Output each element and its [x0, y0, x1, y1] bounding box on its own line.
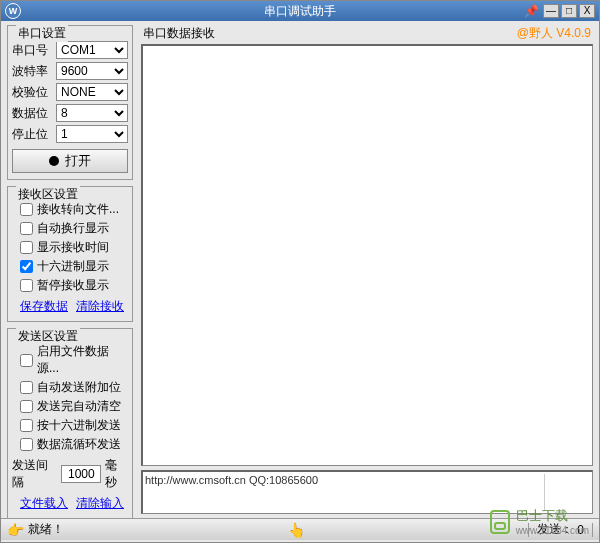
watermark-text: 巴士下载 — [516, 507, 589, 525]
receive-title: 串口数据接收 — [143, 25, 215, 42]
open-button-label: 打开 — [65, 152, 91, 170]
left-panel: 串口设置 串口号 COM1 波特率 9600 校验位 NONE — [1, 21, 139, 518]
parity-label: 校验位 — [12, 84, 52, 101]
receive-header: 串口数据接收 @野人 V4.0.9 — [141, 25, 593, 42]
databits-label: 数据位 — [12, 105, 52, 122]
auto-wrap-checkbox[interactable] — [20, 222, 33, 235]
hex-send-checkbox[interactable] — [20, 419, 33, 432]
interval-unit: 毫秒 — [105, 457, 128, 491]
hex-display-label: 十六进制显示 — [37, 258, 109, 275]
ready-icon: 👉 — [7, 522, 24, 538]
stopbits-select[interactable]: 1 — [56, 125, 128, 143]
main-area: 串口设置 串口号 COM1 波特率 9600 校验位 NONE — [1, 21, 599, 518]
auto-clear-label: 发送完自动清空 — [37, 398, 121, 415]
receive-textarea[interactable] — [141, 44, 593, 466]
port-select[interactable]: COM1 — [56, 41, 128, 59]
close-button[interactable]: X — [579, 4, 595, 18]
databits-select[interactable]: 8 — [56, 104, 128, 122]
receive-settings-group: 接收区设置 接收转向文件... 自动换行显示 显示接收时间 十六进制显示 暂停接… — [7, 186, 133, 322]
app-window: W 串口调试助手 📌 — □ X 串口设置 串口号 COM1 波特率 9600 — [0, 0, 600, 543]
show-time-label: 显示接收时间 — [37, 239, 109, 256]
auto-append-checkbox[interactable] — [20, 381, 33, 394]
maximize-button[interactable]: □ — [561, 4, 577, 18]
send-settings-title: 发送区设置 — [16, 328, 80, 345]
baud-label: 波特率 — [12, 63, 52, 80]
hand-icon: 👆 — [288, 522, 305, 538]
version-label: @野人 V4.0.9 — [517, 25, 591, 42]
baud-select[interactable]: 9600 — [56, 62, 128, 80]
watermark: 巴士下载 www.11684.com — [490, 507, 589, 536]
receive-settings-title: 接收区设置 — [16, 186, 80, 203]
auto-clear-checkbox[interactable] — [20, 400, 33, 413]
right-panel: 串口数据接收 @野人 V4.0.9 http://www.cmsoft.cn Q… — [139, 21, 599, 518]
port-label: 串口号 — [12, 42, 52, 59]
auto-append-label: 自动发送附加位 — [37, 379, 121, 396]
send-button-area[interactable] — [544, 474, 590, 511]
app-icon: W — [5, 3, 21, 19]
interval-label: 发送间隔 — [12, 457, 57, 491]
show-time-checkbox[interactable] — [20, 241, 33, 254]
watermark-icon — [490, 510, 510, 534]
serial-settings-group: 串口设置 串口号 COM1 波特率 9600 校验位 NONE — [7, 25, 133, 180]
interval-input[interactable] — [61, 465, 101, 483]
file-source-label: 启用文件数据源... — [37, 343, 128, 377]
hex-send-label: 按十六进制发送 — [37, 417, 121, 434]
minimize-button[interactable]: — — [543, 4, 559, 18]
watermark-url: www.11684.com — [516, 525, 589, 536]
send-settings-group: 发送区设置 启用文件数据源... 自动发送附加位 发送完自动清空 按十六进制发送… — [7, 328, 133, 519]
loop-send-label: 数据流循环发送 — [37, 436, 121, 453]
receive-to-file-label: 接收转向文件... — [37, 201, 119, 218]
clear-input-link[interactable]: 清除输入 — [76, 495, 124, 512]
clear-receive-link[interactable]: 清除接收 — [76, 298, 124, 315]
pin-icon[interactable]: 📌 — [523, 4, 539, 18]
parity-select[interactable]: NONE — [56, 83, 128, 101]
save-data-link[interactable]: 保存数据 — [20, 298, 68, 315]
titlebar: W 串口调试助手 📌 — □ X — [1, 1, 599, 21]
hex-display-checkbox[interactable] — [20, 260, 33, 273]
stopbits-label: 停止位 — [12, 126, 52, 143]
send-text-content: http://www.cmsoft.cn QQ:10865600 — [145, 474, 544, 511]
status-dot-icon — [49, 156, 59, 166]
load-file-link[interactable]: 文件载入 — [20, 495, 68, 512]
open-port-button[interactable]: 打开 — [12, 149, 128, 173]
pause-receive-label: 暂停接收显示 — [37, 277, 109, 294]
loop-send-checkbox[interactable] — [20, 438, 33, 451]
file-source-checkbox[interactable] — [20, 354, 33, 367]
serial-settings-title: 串口设置 — [16, 25, 68, 42]
auto-wrap-label: 自动换行显示 — [37, 220, 109, 237]
pause-receive-checkbox[interactable] — [20, 279, 33, 292]
receive-to-file-checkbox[interactable] — [20, 203, 33, 216]
window-title: 串口调试助手 — [264, 3, 336, 20]
ready-label: 就绪！ — [28, 521, 64, 538]
